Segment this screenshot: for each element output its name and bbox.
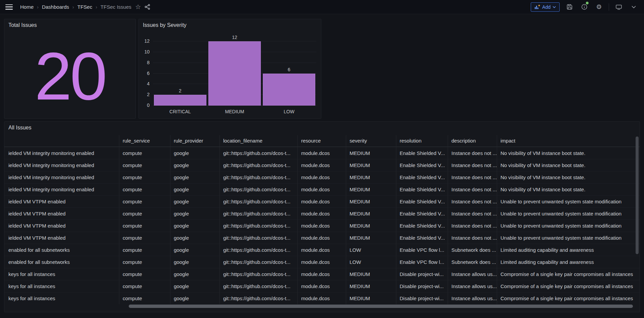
dashboard-settings-icon[interactable]: ⚙ — [594, 2, 604, 12]
column-header-location_filename[interactable]: location_filename — [219, 135, 297, 147]
table-row: ielded VM VTPM enabledcomputegooglegit::… — [4, 195, 640, 207]
table-cell: MEDIUM — [346, 232, 396, 244]
panel-title-total-issues[interactable]: Total Issues — [8, 22, 37, 28]
table-cell: module.dcos — [297, 171, 346, 183]
breadcrumb-item-dashboards[interactable]: Dashboards — [42, 4, 69, 10]
table-cell: compute — [119, 207, 170, 220]
table-cell: module.dcos — [297, 183, 346, 195]
table-cell: MEDIUM — [346, 220, 396, 232]
table-cell: Unable to prevent unwanted system state … — [497, 195, 640, 207]
column-header-description[interactable]: description — [448, 135, 497, 147]
table-cell: Subnetwork does ... — [448, 244, 497, 256]
table-cell: Limited auditing capability and awarenes… — [497, 256, 640, 268]
favorite-star-icon[interactable]: ☆ — [133, 2, 143, 12]
table-cell: Unable to prevent unwanted system state … — [497, 220, 640, 232]
table-cell: compute — [119, 244, 170, 256]
table-cell: Enable Shielded V... — [396, 183, 448, 195]
table-header-row: rule_servicerule_providerlocation_filena… — [4, 135, 640, 147]
column-header-severity[interactable]: severity — [346, 135, 396, 147]
table-cell: google — [170, 232, 219, 244]
panel-issues-by-severity: Issues by Severity 0246810122126 CRITICA… — [138, 19, 321, 119]
y-axis-tick-label: 2 — [139, 92, 150, 97]
column-header-rule_provider[interactable]: rule_provider — [170, 135, 219, 147]
notification-dot — [586, 2, 589, 4]
table-cell: Enable VPC flow l... — [396, 256, 448, 268]
table-cell: compute — [119, 159, 170, 171]
table-cell: Disable project-wi... — [396, 292, 448, 304]
table-cell: google — [170, 220, 219, 232]
table-cell: keys for all instances — [4, 280, 119, 292]
breadcrumb-item-tfsec[interactable]: TFSec — [77, 4, 92, 10]
table-cell: MEDIUM — [346, 268, 396, 280]
table-cell: git::https://github.com/dcos-t... — [219, 207, 297, 220]
table-cell: ielded VM VTPM enabled — [4, 207, 119, 220]
star-glyph: ☆ — [135, 4, 141, 10]
total-issues-stat-value: 20 — [4, 34, 135, 118]
table-row: ielded VM integrity monitoring enabledco… — [4, 183, 640, 195]
panel-title-issues-by-severity[interactable]: Issues by Severity — [143, 22, 187, 28]
breadcrumb-item-tfsec-issues: TFSec Issues — [100, 4, 131, 10]
all-issues-table: rule_servicerule_providerlocation_filena… — [4, 135, 640, 304]
table-row: enabled for all subnetworkscomputegoogle… — [4, 256, 640, 268]
share-icon[interactable] — [143, 2, 152, 12]
table-cell: google — [170, 268, 219, 280]
table-cell: compute — [119, 292, 170, 304]
column-header-resolution[interactable]: resolution — [396, 135, 448, 147]
table-cell: MEDIUM — [346, 195, 396, 207]
x-axis-label-medium: MEDIUM — [207, 109, 262, 114]
column-header-title — [4, 135, 119, 147]
x-axis-label-low: LOW — [262, 109, 316, 114]
table-row: ielded VM integrity monitoring enabledco… — [4, 159, 640, 171]
breadcrumb-item-home[interactable]: Home — [20, 4, 34, 10]
panel-all-issues: All Issues rule_servicerule_providerloca… — [4, 121, 640, 312]
table-cell: module.dcos — [297, 232, 346, 244]
save-dashboard-icon[interactable] — [564, 2, 574, 12]
table-cell: Instance does not ... — [448, 183, 497, 195]
table-cell: MEDIUM — [346, 159, 396, 171]
table-row: ielded VM VTPM enabledcomputegooglegit::… — [4, 220, 640, 232]
table-cell: Instance allows us... — [448, 268, 497, 280]
table-cell: enabled for all subnetworks — [4, 256, 119, 268]
table-cell: git::https://github.com/dcos-t... — [219, 244, 297, 256]
table-cell: MEDIUM — [346, 147, 396, 159]
table-cell: Instance does not ... — [448, 159, 497, 171]
add-button[interactable]: Add — [531, 2, 560, 12]
table-cell: ielded VM integrity monitoring enabled — [4, 183, 119, 195]
toolbar-chevron-down-icon[interactable] — [629, 2, 639, 12]
table-cell: compute — [119, 232, 170, 244]
dashboard-insights-icon[interactable] — [579, 2, 589, 12]
table-cell: MEDIUM — [346, 292, 396, 304]
table-cell: module.dcos — [297, 159, 346, 171]
table-cell: compute — [119, 147, 170, 159]
table-cell: compute — [119, 280, 170, 292]
column-header-rule_service[interactable]: rule_service — [119, 135, 170, 147]
column-header-impact[interactable]: impact — [497, 135, 640, 147]
table-cell: No visibility of VM instance boot state. — [497, 147, 640, 159]
table-cell: Enable Shielded V... — [396, 207, 448, 220]
table-vertical-scrollbar-thumb[interactable] — [636, 136, 639, 254]
table-row: ielded VM integrity monitoring enabledco… — [4, 171, 640, 183]
panel-total-issues: Total Issues 20 — [4, 19, 136, 119]
menu-icon[interactable] — [5, 4, 13, 10]
chevron-down-icon — [553, 6, 556, 8]
breadcrumb-separator: › — [73, 4, 74, 10]
y-axis-tick-label: 6 — [139, 71, 150, 76]
table-cell: compute — [119, 256, 170, 268]
table-horizontal-scrollbar-thumb[interactable] — [129, 305, 633, 308]
bar-low — [263, 74, 315, 106]
table-cell: Limited auditing capability and awarenes… — [497, 244, 640, 256]
tv-mode-icon[interactable] — [614, 2, 624, 12]
y-axis-tick-label: 8 — [139, 60, 150, 65]
column-header-resource[interactable]: resource — [297, 135, 346, 147]
table-cell: Unable to prevent unwanted system state … — [497, 232, 640, 244]
table-cell: Instance does not ... — [448, 232, 497, 244]
table-cell: MEDIUM — [346, 171, 396, 183]
table-cell: Instance does not ... — [448, 207, 497, 220]
table-cell: Enable Shielded V... — [396, 232, 448, 244]
panel-title-all-issues[interactable]: All Issues — [8, 125, 31, 131]
breadcrumb-separator: › — [95, 4, 97, 10]
bar-critical — [154, 95, 206, 106]
table-cell: Enable VPC flow l... — [396, 244, 448, 256]
y-axis-tick-label: 12 — [139, 38, 150, 44]
add-button-label: Add — [542, 4, 551, 10]
